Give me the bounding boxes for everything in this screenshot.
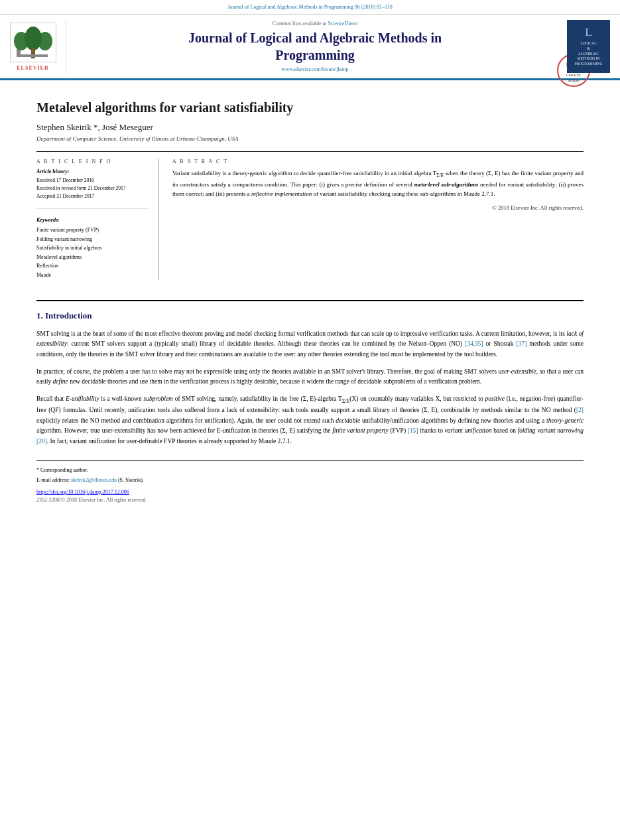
intro-para-3: Recall that E-unifiability is a well-kno… (36, 394, 584, 447)
info-divider (36, 208, 149, 209)
keyword-6: Maude (36, 271, 149, 280)
copyright-line: © 2018 Elsevier Inc. All rights reserved… (172, 204, 584, 211)
article-info-col: A R T I C L E I N F O Article history: R… (36, 159, 159, 280)
intro-para-2: In practice, of course, the problem a us… (36, 367, 584, 387)
logo-l-icon: L (585, 26, 592, 40)
abstract-text: Variant satisfiability is a theory-gener… (172, 169, 584, 199)
affiliation: Department of Computer Science, Universi… (36, 135, 584, 142)
abstract-col: A B S T R A C T Variant satisfiability i… (172, 159, 584, 280)
journal-citation-text: Journal of Logical and Algebraic Methods… (227, 4, 393, 10)
footnote-email: E-mail address: skeirik2@illinois.edu (S… (36, 476, 584, 485)
journal-url: www.elsevier.com/locate/jlamp (282, 66, 349, 72)
keyword-1: Finite variant property (FVP) (36, 226, 149, 235)
journal-header: ELSEVIER Contents lists available at Sci… (0, 15, 620, 80)
elsevier-wordmark: ELSEVIER (17, 65, 48, 71)
elsevier-logo-box (10, 23, 56, 62)
article-body: ✓ Check for updates Metalevel algorithms… (0, 80, 620, 516)
journal-main-title: Journal of Logical and Algebraic Methods… (188, 29, 442, 64)
sciencedirect-anchor[interactable]: ScienceDirect (328, 21, 358, 27)
article-history: Article history: Received 17 December 20… (36, 169, 149, 200)
doi-link[interactable]: https://doi.org/10.1016/j.jlamp.2017.12.… (36, 489, 129, 495)
doi-line: https://doi.org/10.1016/j.jlamp.2017.12.… (36, 489, 584, 495)
keywords-section: Keywords: Finite variant property (FVP) … (36, 217, 149, 280)
history-title: Article history: (36, 169, 149, 175)
article-info-abstract: A R T I C L E I N F O Article history: R… (36, 151, 584, 280)
journal-logo-right: L LOGICAL&ALGEBRAICMETHODS INPROGRAMMING (564, 20, 613, 73)
introduction-section: 1. Introduction SMT solving is at the he… (36, 300, 584, 447)
check-updates-label: Check for updates (566, 73, 581, 83)
received-1: Received 17 December 2016 (36, 176, 149, 184)
intro-para-1: SMT solving is at the heart of some of t… (36, 329, 584, 360)
keyword-3: Satisfiability in initial algebras (36, 244, 149, 253)
footnotes: * Corresponding author. E-mail address: … (36, 460, 584, 504)
svg-rect-6 (19, 54, 48, 57)
keyword-2: Folding variant narrowing (36, 235, 149, 244)
elsevier-tree-icon (13, 25, 53, 60)
article-title: Metalevel algorithms for variant satisfi… (36, 100, 584, 115)
keyword-5: Reflection (36, 261, 149, 271)
elsevier-logo: ELSEVIER (7, 20, 66, 73)
svg-point-4 (25, 27, 42, 50)
keyword-4: Metalevel algorithms (36, 253, 149, 262)
footnote-corresponding: * Corresponding author. (36, 466, 584, 475)
received-2: Received in revised form 21 December 201… (36, 184, 149, 192)
authors: Stephen Skeirik *, José Meseguer (36, 122, 584, 133)
issn-line: 2352-2208/© 2018 Elsevier Inc. All right… (36, 497, 584, 503)
keywords-title: Keywords: (36, 217, 149, 223)
email-link[interactable]: skeirik2@illinois.edu (71, 477, 117, 483)
logo-card-text: LOGICAL&ALGEBRAICMETHODS INPROGRAMMING (575, 41, 603, 66)
journal-title-section: Contents lists available at ScienceDirec… (73, 20, 557, 73)
journal-citation-bar: Journal of Logical and Algebraic Methods… (0, 0, 620, 15)
accepted-date: Accepted 21 December 2017 (36, 192, 149, 200)
sciencedirect-link: Contents lists available at ScienceDirec… (273, 21, 358, 27)
abstract-heading: A B S T R A C T (172, 159, 584, 165)
journal-logo-card: L LOGICAL&ALGEBRAICMETHODS INPROGRAMMING (567, 20, 610, 73)
intro-heading: 1. Introduction (36, 311, 584, 321)
article-info-heading: A R T I C L E I N F O (36, 159, 149, 165)
